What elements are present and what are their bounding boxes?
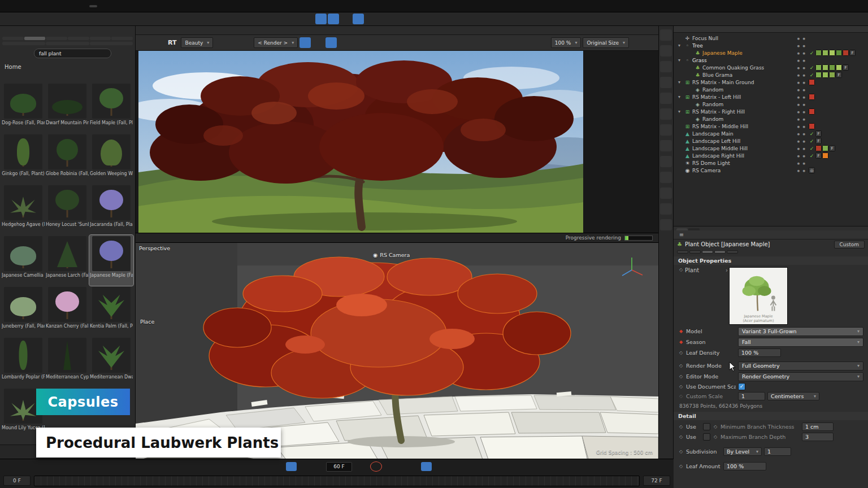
fit-select[interactable]: Original Size▾	[583, 37, 629, 48]
object-row[interactable]: ▾ ⊞ RS Matrix - Right Hill	[674, 108, 868, 115]
visibility-dots[interactable]	[797, 169, 806, 172]
visibility-dots[interactable]	[797, 88, 806, 91]
plant-card[interactable]: Hedgehog Agave (Fall...	[1, 184, 45, 235]
menu-item[interactable]	[64, 5, 72, 7]
visibility-dots[interactable]	[797, 73, 806, 77]
menu-item[interactable]	[81, 5, 89, 7]
tag-chip[interactable]: F	[815, 130, 822, 137]
keyframe-dot[interactable]: ◇	[678, 434, 684, 439]
keyframe-dot[interactable]: ◇	[678, 424, 684, 429]
object-row[interactable]: ▲ Landscape Middle Hill ✓F	[674, 145, 868, 152]
attribute-section-tab[interactable]	[677, 250, 688, 254]
place-tool-label[interactable]: Place	[140, 319, 154, 325]
asset-subtab[interactable]	[2, 42, 45, 45]
object-row[interactable]: ♣ Common Quaking Grass ✓F	[674, 64, 868, 71]
tag-chip[interactable]: ✓	[809, 72, 815, 77]
visibility-dots[interactable]	[797, 110, 806, 114]
plant-card[interactable]: Kentia Palm (Fall, Plant)	[89, 286, 133, 337]
plant-card[interactable]: Mediterranean Cypres...	[45, 337, 89, 387]
visibility-dots[interactable]	[797, 103, 806, 106]
tag-chip[interactable]: ✓	[809, 131, 815, 136]
subdivision-mode-select[interactable]: By Level▾	[723, 447, 762, 456]
asset-tab[interactable]	[90, 37, 111, 40]
tag-chip[interactable]: ✓	[809, 146, 815, 151]
current-frame-field[interactable]: 60 F	[326, 462, 352, 472]
search-input[interactable]: fall plant	[34, 49, 111, 58]
menu-item[interactable]	[115, 5, 123, 7]
attribute-tab[interactable]	[676, 228, 688, 230]
tag-chip[interactable]	[809, 94, 815, 100]
leaf-amount-field[interactable]: 100 %	[723, 462, 766, 470]
object-row[interactable]: ◈ Random	[674, 115, 868, 123]
tag-chip[interactable]: F	[836, 72, 842, 78]
visibility-dots[interactable]	[797, 117, 806, 121]
tag-chip[interactable]: F	[843, 64, 849, 71]
keyframe-dot[interactable]: ◇	[678, 350, 684, 355]
tag-chip[interactable]	[809, 79, 815, 85]
season-select[interactable]: Fall▾	[738, 338, 863, 347]
render-slot-select[interactable]: < Render >▾	[254, 37, 298, 48]
keyframe-dot[interactable]: ◇	[678, 374, 684, 379]
asset-tab[interactable]	[2, 37, 24, 40]
timeline-end-field[interactable]: 72 F	[643, 476, 670, 486]
visibility-dots[interactable]	[797, 51, 806, 55]
plant-card[interactable]: Jacaranda (Fall, Plant)	[89, 184, 133, 235]
plant-card[interactable]: Kanzan Cherry (Fall, Pl...	[45, 286, 89, 337]
keyframe-dot[interactable]: ◆	[678, 329, 684, 334]
tag-chip[interactable]	[815, 64, 822, 71]
object-row[interactable]: ☀ RS Dome Light	[674, 159, 868, 167]
custom-button[interactable]: Custom	[834, 241, 865, 249]
breadcrumb[interactable]: Home	[0, 58, 135, 70]
tag-chip[interactable]	[829, 72, 835, 78]
menu-item[interactable]	[123, 5, 131, 7]
visibility-dots[interactable]	[797, 154, 806, 158]
tag-chip[interactable]	[809, 108, 815, 115]
use-max-branch-checkbox[interactable]	[703, 433, 710, 441]
tag-chip[interactable]	[836, 64, 842, 71]
keyframe-dot[interactable]: ◆	[678, 339, 684, 345]
expand-caret[interactable]: ▾	[678, 58, 683, 63]
object-row[interactable]: ◉ RS Camera ◎	[674, 167, 868, 174]
object-row[interactable]: ▲ Landscape Right Hill ✓F	[674, 152, 868, 159]
menu-item[interactable]	[55, 5, 63, 7]
plant-card[interactable]: Golden Weeping Willo...	[89, 133, 133, 184]
zoom-select[interactable]: 100 %▾	[551, 37, 581, 48]
attribute-section-tab[interactable]	[689, 250, 701, 254]
plant-card[interactable]: Globe Robinia (Fall, Pl...	[45, 133, 89, 184]
asset-tab[interactable]	[68, 37, 89, 40]
attribute-tab[interactable]	[688, 228, 700, 230]
tag-chip[interactable]: F	[849, 50, 856, 56]
editor-mode-select[interactable]: Render Geometry▾	[738, 372, 863, 381]
tag-chip[interactable]	[822, 64, 828, 71]
expand-caret[interactable]: ▾	[678, 43, 683, 48]
plant-card[interactable]: Mediterranean Dwarf ...	[89, 337, 133, 387]
tag-chip[interactable]: F	[829, 145, 835, 151]
plant-card[interactable]: Dwarf Mountain Pine (...	[45, 82, 89, 133]
plant-card[interactable]: Japanese Larch (Fall, P...	[45, 235, 89, 286]
plant-card[interactable]: Lombardy Poplar (Fall...	[1, 337, 45, 387]
tag-chip[interactable]: ✓	[809, 138, 815, 143]
chevron-right-icon[interactable]: ›	[726, 267, 728, 273]
hamburger-icon[interactable]: ≡	[677, 231, 686, 238]
tag-chip[interactable]	[829, 64, 835, 71]
visibility-dots[interactable]	[797, 132, 806, 136]
leaf-density-field[interactable]: 100 %	[738, 348, 781, 357]
tag-chip[interactable]	[843, 50, 849, 56]
plant-card[interactable]: Japanese Maple (Fall, ...	[89, 235, 133, 286]
tag-chip[interactable]	[809, 123, 815, 129]
keyframe-dot[interactable]: ◇	[678, 464, 684, 469]
menu-item[interactable]	[72, 5, 80, 7]
menu-item[interactable]	[47, 5, 55, 7]
object-row[interactable]: ◈ Random	[674, 101, 868, 108]
visibility-dots[interactable]	[797, 66, 806, 69]
tag-chip[interactable]	[829, 50, 835, 56]
object-row[interactable]: ▾ ◦ Tree	[674, 42, 868, 49]
object-row[interactable]: ♣ Japanese Maple ✓F	[674, 49, 868, 56]
plant-card[interactable]: Honey Locust 'Sunbur...	[45, 184, 89, 235]
menu-item[interactable]	[21, 5, 29, 7]
tag-chip[interactable]	[822, 50, 828, 56]
visibility-dots[interactable]	[797, 81, 806, 84]
rt-mode-label[interactable]: RT	[168, 39, 176, 46]
object-row[interactable]: ▾ ⊞ RS Matrix - Main Ground	[674, 79, 868, 86]
visibility-dots[interactable]	[797, 95, 806, 99]
